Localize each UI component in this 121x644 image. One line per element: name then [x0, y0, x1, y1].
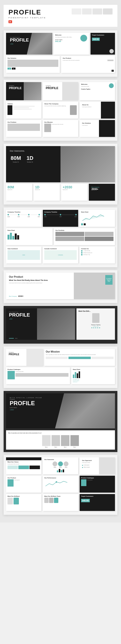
slide-best-company[interactable]: Best Company 2030+ [89, 184, 115, 201]
slide-cp-1[interactable]: Company PROFILE [6, 82, 41, 100]
asia-map: ASIA [8, 250, 40, 260]
tl2-line1 [46, 215, 59, 215]
slide-our-product[interactable]: Our Product Lorem ipsum dolor sit amet c… [61, 56, 115, 73]
slide-chart1[interactable]: Data Chart [80, 210, 115, 227]
dark-line2 [15, 338, 18, 338]
num2-label: Number 02 [35, 189, 58, 190]
location-icon [81, 254, 82, 256]
bar4 [15, 234, 17, 240]
slide-target-customers[interactable]: Target Customers 345.55 [90, 33, 115, 54]
awesome-bar2 [59, 469, 60, 472]
tl2-dot2 [60, 214, 61, 216]
slide-welcome[interactable]: Welcome Lorem ipsum presentation slide e… [54, 33, 89, 54]
slide-asia[interactable]: Asia Continent ASIA [6, 246, 41, 264]
slide-sidebar[interactable]: Sidebar [6, 102, 41, 118]
team-name2: Name [52, 446, 60, 448]
approach-text1: Lorem ipsum [84, 464, 89, 466]
portfolio-thumb2 [85, 232, 113, 236]
slide-our-problem[interactable]: Our Problem [6, 120, 41, 137]
portfolio-title: Our Portfolio [55, 230, 113, 231]
slide-meet-team[interactable]: Meet Our Brilliant Team [43, 494, 78, 511]
slide-our-awesome2[interactable]: Our Awesome Name Name Name [43, 457, 78, 474]
slide-data-chart-big[interactable]: Data Chart [6, 228, 53, 245]
slide-meet-brilliant2[interactable]: Meet Our Brilliant [6, 494, 41, 511]
slide-catalogue2[interactable]: Product Catalogue Lorem ipsum [80, 476, 115, 492]
dark-profile-label: PROFILE [9, 313, 72, 317]
slide-data-chart2[interactable]: Data Chart ● Creative title ● Lorem ipsu… [71, 367, 115, 384]
chart1-legend1 [81, 223, 83, 225]
slide-company-profile-main[interactable]: Company PROFILE +2020 [6, 33, 52, 54]
slide-product-big[interactable]: Our Product What You Need Did Really Ide… [6, 272, 115, 299]
slide-cp-2[interactable]: Company PROFILE [43, 82, 78, 100]
slide-timeline1[interactable]: Company Timeline 2018 2019 2020 2021 [6, 210, 41, 227]
data-chart2-title: Data Chart [73, 369, 113, 370]
slide-our-awesome-main[interactable]: Our Awesome. 80M Number 01 1D Number 02 [6, 146, 115, 182]
slide-canada[interactable]: Canada Continent CANADA [43, 246, 78, 264]
best-company2: Best Company [9, 296, 17, 297]
slide-our-performance[interactable]: Our Performance [43, 476, 78, 492]
tl2-year1: 2018 [44, 216, 46, 217]
slide-mission2[interactable]: Our Mission This is specially and check … [44, 349, 115, 366]
awesome2-title: Our Awesome [44, 459, 77, 460]
sidebar-line3 [13, 109, 32, 110]
slide-about-us[interactable]: About Us Lorem ipsum dolor sit [80, 102, 115, 118]
slide-team-row[interactable]: Take of specially and check take take al… [6, 430, 115, 450]
brilliant2-photo1 [8, 498, 13, 504]
slide-welcome2[interactable]: Welcome Lorem ipsum dolor Creative Tagli… [80, 82, 115, 100]
cp-small-profile: PROFILE [9, 353, 40, 356]
about-company-img [70, 105, 77, 115]
product-big-title: Our Product [9, 276, 71, 278]
slide-meet-brilliant[interactable]: Meet Our Bril... Harrison Training Posit… [76, 308, 115, 340]
welcome2-avatar [109, 83, 114, 88]
num1-val: 80M [8, 185, 31, 189]
group2-row2: Sidebar About The Company Lorem ipsum do… [6, 102, 115, 118]
canada-map: CANADA [44, 250, 77, 260]
solution-nav-prev[interactable]: ◀ [8, 68, 11, 70]
big-dark2-desc: Lorem Simon [10, 407, 111, 408]
slide-product3[interactable]: Our Product Lorem ipsum [6, 476, 41, 492]
slide-num3[interactable]: +2030 Number 03 [61, 184, 87, 201]
group2-row3: Our Problem Our Mission Lorem ipsum dolo… [6, 120, 115, 137]
team-photo-3 [54, 498, 58, 503]
slide-our-mission[interactable]: Our Mission Lorem ipsum dolor sit amet [43, 120, 78, 137]
contact-email: hello@company.com [81, 252, 113, 254]
slide-about-company[interactable]: About The Company Lorem ipsum dolor sit … [43, 102, 78, 118]
slide-contact-us[interactable]: Contact Us +1 234 567 890 hello@company.… [80, 246, 115, 264]
slide-num1[interactable]: 80M Number 01 [6, 184, 32, 201]
dc2-legend3: ● Dolor sit [73, 381, 113, 382]
header-subtitle: POWERPOINT TEMPLATE [9, 17, 46, 19]
slide-num2[interactable]: 1D Number 02 [34, 184, 60, 201]
slide-meet-vision[interactable]: Meet Our Vision Lorem ipsum dolor sit am… [6, 457, 41, 474]
solution-nav-next[interactable]: ▶ [12, 68, 16, 70]
group4-wrapper: Company Timeline 2018 2019 2020 2021 [4, 208, 117, 267]
welcome2-text: Lorem ipsum dolor [81, 86, 113, 87]
tl-line1 [10, 215, 18, 215]
stat-80m-num: 80M [11, 155, 21, 161]
phone-icon [81, 250, 82, 252]
sidebar-title: Sidebar [8, 103, 40, 104]
slide-dark-main[interactable]: Company PROFILE +2020 [6, 308, 75, 340]
slide-product-catalogue[interactable]: Product Catalogue Lorem ipsum dolor [6, 367, 70, 384]
awesome-bar4 [63, 470, 64, 472]
mission2-title: Our Mission [46, 350, 113, 353]
slide-cp-small[interactable]: Company PROFILE [6, 349, 43, 366]
slide-our-approach[interactable]: Our Approach Lorem ipsum dolor Lorem ips… [80, 457, 115, 474]
slide-our-solution[interactable]: Our Solution ◀ ▶ [6, 56, 60, 73]
slide-big-dark2[interactable]: With Special Lorem Ipsum Company PROFILE… [6, 393, 115, 428]
slide-target2[interactable]: Target Customers 345.55 [80, 494, 115, 511]
slide-portfolio[interactable]: Our Portfolio [54, 228, 115, 245]
product3-title: Our Product [8, 477, 40, 478]
tl2-dot1 [44, 214, 46, 216]
slide-timeline2[interactable]: Company Timeline 2018 2020 2022 [43, 210, 78, 227]
awesome-bar1 [57, 470, 58, 472]
portfolio-thumb4 [85, 237, 113, 241]
stat-1d-label: Number 02 [27, 161, 33, 163]
dc2-bar4 [79, 372, 80, 378]
contact-phone: +1 234 567 890 [81, 250, 113, 252]
asia-map-label: ASIA [22, 254, 25, 256]
group7-wrapper: Company PROFILE Our Mission This is spec… [4, 346, 117, 388]
product-img [107, 60, 113, 61]
team-photo-1 [44, 498, 49, 503]
bar2 [10, 233, 12, 240]
slide-our-solution-2[interactable]: Our Solution Lorem ipsum [80, 120, 115, 137]
